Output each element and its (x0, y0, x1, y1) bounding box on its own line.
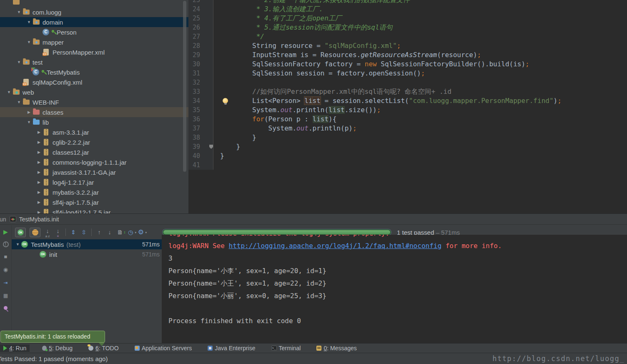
tree-item-slf4j-log4j12-1.7.5.jar[interactable]: ▶slf4j-log4j12-1.7.5.jar (0, 207, 188, 213)
chevron-right-icon[interactable]: ▶ (35, 210, 43, 213)
chevron-down-icon[interactable]: ▼ (5, 90, 13, 94)
line-number: 24 (188, 5, 213, 14)
code-line-26: 26 * 5.通过session访问配置文件中的sql语句 (188, 23, 627, 32)
messages-icon (316, 346, 321, 351)
chevron-down-icon[interactable]: ▼ (14, 242, 21, 246)
tree-item-cglib-2.2.2.jar[interactable]: ▶cglib-2.2.2.jar (0, 137, 188, 147)
tree-item-com.luogg[interactable]: ▼com.luogg (0, 7, 188, 17)
tree-item-sqlMapConfig.xml[interactable]: sqlMapConfig.xml (0, 77, 188, 87)
tree-item-label: test (33, 59, 45, 66)
chevron-down-icon[interactable]: ▼ (25, 20, 33, 24)
chevron-right-icon[interactable]: ▶ (35, 200, 43, 204)
tree-item-domain[interactable]: ▼domain (0, 17, 188, 27)
tree-item-clipped[interactable] (0, 0, 188, 7)
toolwindow-button-application-servers[interactable]: Application Servers (131, 344, 196, 352)
tool-window-bar: 4: Run5: Debug6: TODOApplication Servers… (0, 343, 627, 353)
toolbar-separator (91, 228, 92, 236)
chevron-down-icon[interactable]: ▼ (25, 120, 33, 124)
code-line-38: 38 } (188, 133, 627, 142)
chevron-right-icon[interactable]: ▶ (25, 110, 33, 114)
test-node-init[interactable]: OKinit571ms (12, 249, 162, 259)
show-ignored-toggle[interactable] (30, 228, 40, 237)
test-duration: 571ms (142, 251, 162, 258)
tree-item-slf4j-api-1.7.5.jar[interactable]: ▶slf4j-api-1.7.5.jar (0, 197, 188, 207)
toolwindow-button-java-enterprise[interactable]: Java Enterprise (204, 344, 258, 352)
tree-item-web[interactable]: ▼web (0, 87, 188, 97)
coverage-icon[interactable]: ◉ (3, 266, 9, 273)
tree-item-lib[interactable]: ▼lib (0, 117, 188, 127)
next-failed-test-icon[interactable]: ↓ (106, 228, 113, 236)
terminal-icon: >_ (271, 346, 277, 351)
jump-to-source-icon[interactable]: ⇥ (3, 279, 9, 286)
chevron-right-icon[interactable]: ▶ (35, 170, 43, 174)
public-key-icon (42, 70, 44, 73)
tree-item-asm-3.3.1.jar[interactable]: ▶asm-3.3.1.jar (0, 127, 188, 137)
jar-icon (43, 209, 50, 213)
stop-icon[interactable]: ■ (3, 254, 9, 260)
project-tree-scrollbar[interactable] (183, 1, 186, 172)
chevron-right-icon[interactable]: ▶ (35, 140, 43, 144)
restore-layout-icon[interactable]: ▦ (3, 292, 9, 299)
tree-item-WEB-INF[interactable]: ▼WEB-INF (0, 97, 188, 107)
settings-gear-icon[interactable]: ⚙▾ (138, 228, 144, 236)
chevron-right-icon[interactable]: ▶ (35, 160, 43, 164)
tree-item-log4j-1.2.17.jar[interactable]: ▶log4j-1.2.17.jar (0, 177, 188, 187)
toolwindow-button-run[interactable]: 4: Run (0, 344, 30, 352)
chevron-down-icon[interactable]: ▼ (15, 100, 23, 104)
code-line-29: 29 InputStream is = Resources.getResourc… (188, 50, 627, 60)
sort-by-duration-icon[interactable]: ↓≡ (55, 227, 61, 238)
toolwindow-button-messages[interactable]: 0: Messages (313, 344, 360, 352)
project-tool-window[interactable]: ▼com.luogg▼domainCPerson▼mapperPersonMap… (0, 0, 188, 213)
test-history-icon[interactable]: ◷▾ (127, 228, 134, 236)
test-results-tree[interactable]: ▼OKTestMybatis(test)571msOKinit571ms (12, 239, 162, 343)
code-editor[interactable]: 23 * 2.创建一个输入流,来接收我们的数据库配置文件24 * 3.输入流创建… (188, 0, 627, 213)
tree-item-label: WEB-INF (33, 99, 61, 106)
tree-item-classes[interactable]: ▶classes (0, 107, 188, 117)
pin-tab-icon[interactable] (4, 306, 8, 310)
rerun-failed-icon[interactable]: ! (3, 241, 9, 247)
test-node-TestMybatis[interactable]: ▼OKTestMybatis(test)571ms (12, 239, 162, 249)
tree-item-mybatis-3.2.2.jar[interactable]: ▶mybatis-3.2.2.jar (0, 187, 188, 197)
tree-item-mapper[interactable]: ▼mapper (0, 37, 188, 47)
intention-bulb-icon[interactable] (223, 98, 228, 103)
console-line: log4j:WARN See http://logging.apache.org… (168, 240, 627, 252)
web-folder-icon (13, 89, 20, 95)
sort-alphabetically-icon[interactable]: ↓a z (44, 227, 51, 238)
toolwindow-button-debug[interactable]: 5: Debug (39, 344, 76, 352)
chevron-right-icon[interactable]: ▶ (35, 180, 43, 184)
tree-item-TestMybatis[interactable]: CTestMybatis (0, 67, 188, 77)
tree-item-PersonMapper.xml[interactable]: PersonMapper.xml (0, 47, 188, 57)
chevron-down-icon[interactable]: ▼ (15, 10, 23, 14)
chevron-right-icon[interactable]: ▶ (35, 190, 43, 194)
code-text: for(Person p : list){ (213, 115, 336, 124)
code-text: * 4.有了工厂之后open工厂 (213, 14, 342, 23)
package-folder-icon (33, 39, 40, 45)
run-console[interactable]: log4j:WARN Please initialize the log4j s… (162, 235, 627, 343)
expand-all-icon[interactable]: ⇕ (70, 228, 77, 236)
tree-item-label: PersonMapper.xml (53, 49, 107, 56)
line-number: 37 (188, 124, 213, 133)
code-text (213, 78, 220, 87)
tree-item-classes12.jar[interactable]: ▶classes12.jar (0, 147, 188, 157)
show-passed-toggle[interactable]: OK (15, 228, 26, 237)
tree-item-commons-logging-1.1.1.jar[interactable]: ▶commons-logging-1.1.1.jar (0, 157, 188, 167)
rerun-icon[interactable]: ▶ (3, 228, 9, 235)
console-output: log4j:WARN Please initialize the log4j s… (168, 235, 627, 327)
chevron-right-icon[interactable]: ▶ (35, 150, 43, 154)
log4j-faq-link[interactable]: http://logging.apache.org/log4j/1.2/faq.… (229, 242, 442, 250)
toolwindow-button-label: Application Servers (142, 345, 192, 351)
run-tab-header[interactable]: Run TestMybatis.init (0, 214, 627, 225)
chevron-right-icon[interactable]: ▶ (35, 130, 43, 134)
chevron-down-icon[interactable]: ▼ (25, 40, 33, 44)
toolwindow-button-terminal[interactable]: >_Terminal (268, 344, 304, 352)
tree-item-Person[interactable]: CPerson (0, 27, 188, 37)
tree-item-javassist-3.17.1-GA.jar[interactable]: ▶javassist-3.17.1-GA.jar (0, 167, 188, 177)
export-test-results-icon[interactable]: 🗎↥ (117, 228, 123, 236)
reload-notification-balloon: TestMybatis.init: 1 class reloaded (0, 331, 105, 343)
run-panel-left-toolbar: ▶!■◉⇥▦ (0, 225, 12, 343)
previous-failed-test-icon[interactable]: ↑ (96, 228, 103, 236)
collapse-all-icon[interactable]: ⇳ (80, 228, 87, 236)
tree-item-test[interactable]: ▼test (0, 57, 188, 67)
chevron-down-icon[interactable]: ▼ (15, 60, 23, 64)
line-number: 28 (188, 41, 213, 50)
